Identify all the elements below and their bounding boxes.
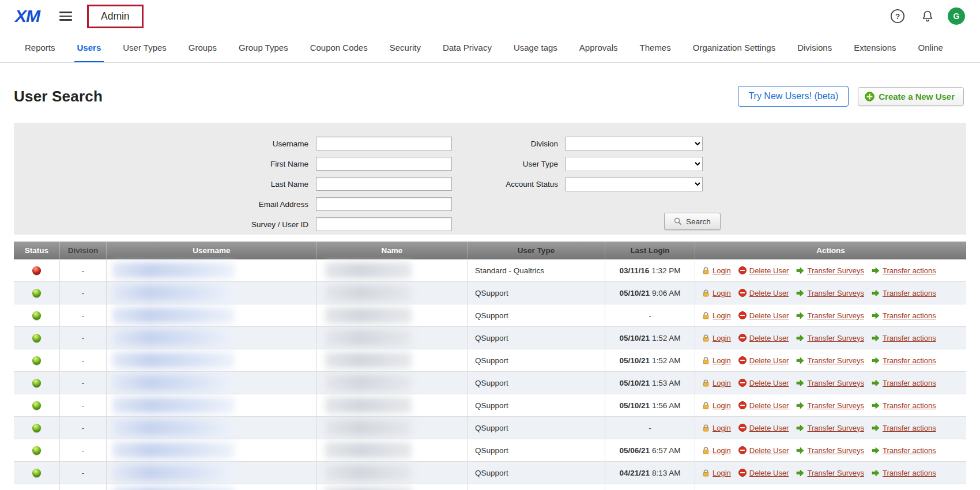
transfer-actions-link[interactable]: Transfer actions	[883, 379, 936, 387]
nav-item-online[interactable]: Online	[907, 32, 954, 62]
search-button-label: Search	[686, 217, 711, 226]
transfer-surveys-link[interactable]: Transfer Surveys	[807, 334, 864, 342]
transfer-actions-action: Transfer actions	[872, 356, 936, 365]
search-button[interactable]: Search	[664, 213, 721, 230]
nav-item-approvals[interactable]: Approvals	[568, 32, 629, 62]
avatar[interactable]: G	[948, 7, 965, 25]
login-link[interactable]: Login	[713, 469, 731, 477]
nav-item-organization-settings[interactable]: Organization Settings	[682, 32, 786, 62]
delete-user-link[interactable]: Delete User	[749, 266, 789, 275]
nav-item-user-types[interactable]: User Types	[112, 32, 178, 62]
delete-user-link[interactable]: Delete User	[749, 289, 789, 297]
account-status-select[interactable]	[566, 177, 703, 191]
transfer-surveys-link[interactable]: Transfer Surveys	[807, 356, 864, 365]
login-link[interactable]: Login	[713, 266, 731, 275]
delete-user-link[interactable]: Delete User	[749, 424, 789, 432]
login-link[interactable]: Login	[713, 334, 731, 342]
form-right-column: Division User Type Account Status	[429, 137, 703, 197]
green-arrow-right-icon	[796, 424, 804, 432]
nav-item-extensions[interactable]: Extensions	[843, 32, 907, 62]
transfer-actions-link[interactable]: Transfer actions	[883, 311, 936, 320]
try-new-users-button[interactable]: Try New Users! (beta)	[738, 86, 849, 107]
transfer-actions-link[interactable]: Transfer actions	[883, 446, 936, 455]
user-type-cell: QSupport	[468, 484, 605, 490]
last-login-cell: -	[605, 417, 695, 439]
delete-user-action: Delete User	[738, 379, 789, 387]
delete-user-link[interactable]: Delete User	[749, 401, 789, 410]
nav-item-divisions[interactable]: Divisions	[786, 32, 843, 62]
name-cell	[317, 282, 468, 304]
green-arrow-right-icon	[796, 334, 804, 342]
transfer-actions-link[interactable]: Transfer actions	[883, 289, 936, 297]
user-results-table: Status Division Username Name User Type …	[14, 242, 966, 490]
transfer-surveys-link[interactable]: Transfer Surveys	[807, 266, 864, 275]
delete-user-link[interactable]: Delete User	[749, 334, 789, 342]
username-redacted-blur	[112, 397, 235, 413]
menu-button[interactable]	[59, 12, 72, 21]
lock-icon	[702, 469, 710, 477]
transfer-surveys-link[interactable]: Transfer Surveys	[807, 401, 864, 410]
notifications-button[interactable]	[918, 6, 937, 26]
delete-user-link[interactable]: Delete User	[749, 446, 789, 455]
survey-user-id-label: Survey / User ID	[14, 220, 308, 229]
delete-user-link[interactable]: Delete User	[749, 379, 789, 387]
topbar: XM Admin ? G	[0, 0, 980, 32]
transfer-surveys-link[interactable]: Transfer Surveys	[807, 424, 864, 432]
login-link[interactable]: Login	[713, 424, 731, 432]
user-type-select[interactable]	[566, 157, 703, 171]
nav-item-coupon-codes[interactable]: Coupon Codes	[299, 32, 379, 62]
nav-item-reports[interactable]: Reports	[14, 32, 66, 62]
delete-user-link[interactable]: Delete User	[749, 311, 789, 320]
nav-item-group-types[interactable]: Group Types	[228, 32, 299, 62]
login-link[interactable]: Login	[713, 446, 731, 455]
transfer-actions-link[interactable]: Transfer actions	[883, 356, 936, 365]
create-new-user-label: Create a New User	[879, 92, 955, 101]
name-redacted-blur	[325, 420, 412, 436]
delete-user-link[interactable]: Delete User	[749, 356, 789, 365]
nav-item-security[interactable]: Security	[379, 32, 432, 62]
transfer-surveys-link[interactable]: Transfer Surveys	[807, 289, 864, 297]
status-orb-icon	[32, 379, 41, 387]
login-link[interactable]: Login	[713, 379, 731, 387]
nav-item-themes[interactable]: Themes	[629, 32, 682, 62]
username-label: Username	[14, 140, 308, 148]
transfer-actions-link[interactable]: Transfer actions	[883, 424, 936, 432]
transfer-actions-action: Transfer actions	[872, 334, 936, 342]
division-select[interactable]	[566, 137, 703, 151]
transfer-surveys-link[interactable]: Transfer Surveys	[807, 446, 864, 455]
transfer-actions-link[interactable]: Transfer actions	[883, 266, 936, 275]
login-link[interactable]: Login	[713, 311, 731, 320]
transfer-surveys-link[interactable]: Transfer Surveys	[807, 379, 864, 387]
survey-user-id-input[interactable]	[316, 217, 452, 231]
nav-item-users[interactable]: Users	[66, 32, 112, 62]
nav-item-groups[interactable]: Groups	[178, 32, 228, 62]
xm-logo[interactable]: XM	[15, 6, 40, 26]
user-search-form: Username First Name Last Name Email Addr…	[14, 123, 966, 235]
help-button[interactable]: ?	[888, 6, 907, 26]
transfer-surveys-link[interactable]: Transfer Surveys	[807, 311, 864, 320]
transfer-actions-link[interactable]: Transfer actions	[883, 401, 936, 410]
name-cell	[317, 259, 468, 281]
login-action: Login	[702, 401, 731, 410]
user-type-cell: QSupport	[468, 462, 605, 484]
admin-nav: Reports Users User Types Groups Group Ty…	[0, 32, 980, 63]
create-new-user-button[interactable]: Create a New User	[858, 87, 964, 106]
login-link[interactable]: Login	[713, 356, 731, 365]
user-type-cell: QSupport	[468, 439, 605, 461]
delete-user-link[interactable]: Delete User	[749, 469, 789, 477]
username-redacted-blur	[112, 487, 235, 490]
transfer-actions-link[interactable]: Transfer actions	[883, 334, 936, 342]
username-cell	[107, 259, 317, 281]
transfer-actions-action: Transfer actions	[872, 311, 936, 320]
login-link[interactable]: Login	[713, 289, 731, 297]
transfer-actions-link[interactable]: Transfer actions	[883, 469, 936, 477]
magnifier-icon	[674, 217, 682, 225]
transfer-surveys-link[interactable]: Transfer Surveys	[807, 469, 864, 477]
nav-item-usage-tags[interactable]: Usage tags	[503, 32, 568, 62]
table-row: - QSupport 05/10/211:56 AM Login Delete …	[14, 394, 966, 417]
nav-item-data-privacy[interactable]: Data Privacy	[432, 32, 503, 62]
lock-icon	[702, 424, 710, 432]
actions-cell: Login Delete User Transfer Surveys Trans…	[695, 372, 966, 394]
email-address-input[interactable]	[316, 197, 452, 211]
login-link[interactable]: Login	[713, 401, 731, 410]
